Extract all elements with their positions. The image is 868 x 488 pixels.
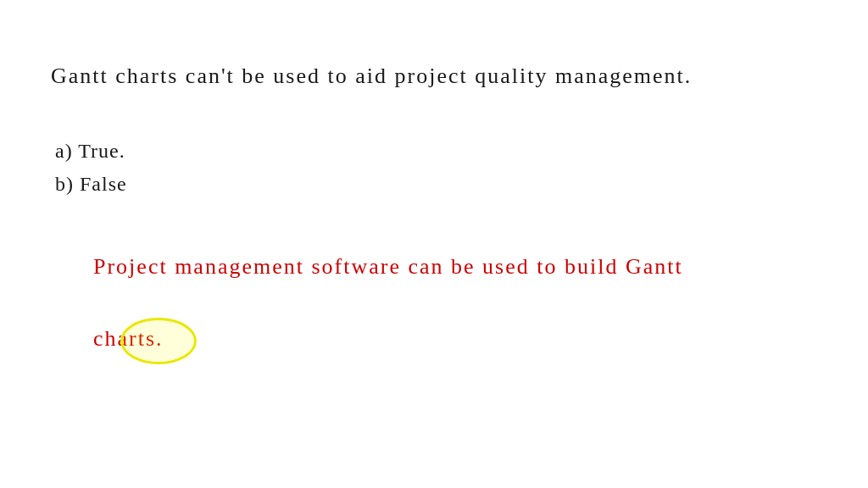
explanation-line1: Project management software can be used … [93,250,683,283]
option-b: b) False [55,173,127,196]
options-container: a) True. b) False [55,140,127,206]
page: Gantt charts can't be used to aid projec… [0,0,868,488]
question-text: Gantt charts can't be used to aid projec… [51,61,692,92]
option-a: a) True. [55,140,127,163]
explanation-line2: charts. [93,326,164,352]
